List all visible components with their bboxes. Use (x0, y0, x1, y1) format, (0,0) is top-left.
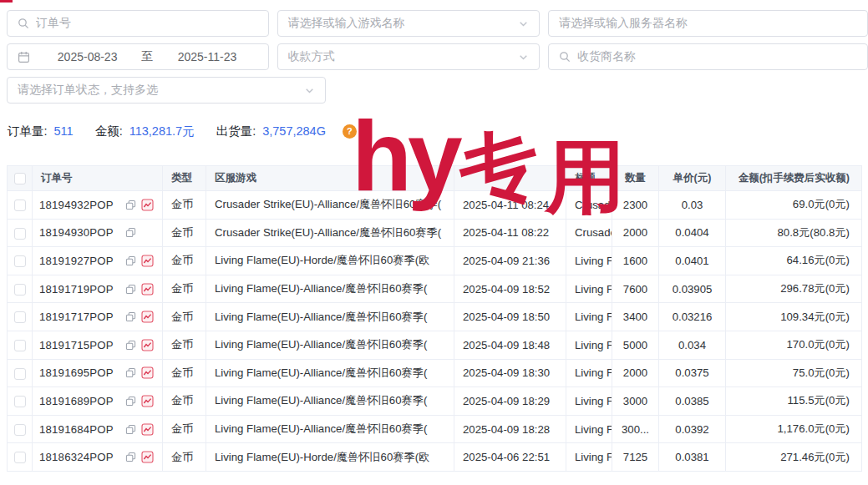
amount-cell: 109.34元(0元) (726, 303, 862, 331)
order-id: 18194930POP (39, 226, 114, 239)
realm-game-cell: Living Flame(EU)-Horde/魔兽怀旧60赛季(欧 (206, 443, 454, 472)
chevron-down-icon (518, 18, 529, 29)
order-id-cell: 18191719POP (33, 275, 163, 303)
game-select[interactable]: 请选择或输入游戏名称 (277, 10, 540, 37)
type-cell: 金币 (163, 191, 206, 220)
row-checkbox[interactable] (14, 284, 26, 296)
title-cell: Living Fl (566, 275, 612, 303)
realm-game-cell: Living Flame(EU)-Horde/魔兽怀旧60赛季(欧 (206, 247, 454, 275)
row-checkbox[interactable] (14, 228, 26, 240)
unit-price-cell: 0.0385 (659, 387, 726, 416)
column-header-6: 单价(元) (659, 166, 726, 191)
server-select[interactable]: 请选择或输入服务器名称 (548, 10, 868, 37)
date-start-value[interactable]: 2025-08-23 (37, 50, 138, 63)
row-checkbox[interactable] (14, 255, 26, 267)
column-header-0: 订单号 (33, 166, 163, 191)
row-checkbox[interactable] (14, 311, 26, 323)
order-time-cell: 2025-04-09 18:28 (454, 415, 566, 443)
quantity-cell: 5000 (612, 331, 659, 359)
copy-icon[interactable] (125, 452, 136, 462)
order-id-cell: 18191695POP (33, 359, 163, 387)
payment-method-select[interactable]: 收款方式 (277, 43, 540, 70)
copy-icon[interactable] (125, 200, 136, 210)
order-time-cell: 2025-04-09 18:50 (454, 303, 566, 331)
unit-price-cell: 0.034 (659, 331, 726, 359)
screenshot-image-icon[interactable] (141, 255, 154, 267)
order-count-label: 订单量: (8, 124, 48, 139)
copy-icon[interactable] (125, 367, 136, 378)
row-checkbox[interactable] (14, 452, 26, 463)
row-checkbox[interactable] (14, 200, 26, 211)
row-select-cell (8, 275, 33, 303)
order-time-cell: 2025-04-09 18:29 (454, 387, 566, 416)
realm-game-cell: Living Flame(EU)-Alliance/魔兽怀旧60赛季( (206, 415, 454, 443)
screenshot-image-icon[interactable] (141, 283, 154, 296)
realm-game-cell: Living Flame(EU)-Alliance/魔兽怀旧60赛季( (206, 275, 454, 303)
type-cell: 金币 (163, 415, 206, 443)
row-select-cell (8, 303, 33, 331)
shipment-value: 3,757,284G (262, 124, 326, 138)
quantity-cell: 2000 (612, 219, 659, 247)
title-cell: Living Fl (566, 443, 612, 472)
row-select-cell (8, 443, 33, 472)
amount-cell: 115.5元(0元) (726, 387, 862, 416)
order-id: 18191715POP (39, 339, 114, 351)
amount-cell: 271.46元(0元) (726, 443, 862, 472)
screenshot-image-icon[interactable] (141, 423, 154, 436)
order-id: 18191689POP (39, 395, 114, 407)
row-checkbox[interactable] (14, 340, 26, 351)
select-all-checkbox[interactable] (14, 173, 26, 184)
screenshot-image-icon[interactable] (141, 339, 154, 351)
amount-value: 113,281.7元 (129, 124, 195, 139)
table-row: 18191695POP 金币 Living Flame(EU)-Alliance… (8, 359, 862, 387)
copy-icon[interactable] (125, 340, 136, 351)
table-row: 18191717POP 金币 Living Flame(EU)-Alliance… (8, 303, 862, 331)
column-header-1: 类型 (163, 166, 206, 191)
quantity-cell: 7600 (612, 275, 659, 303)
receiver-input[interactable]: 收货商名称 (548, 43, 868, 70)
screenshot-image-icon[interactable] (141, 311, 154, 323)
order-id-cell: 18191715POP (33, 331, 163, 359)
copy-icon[interactable] (125, 284, 136, 295)
type-cell: 金币 (163, 275, 206, 303)
amount-label: 金额: (95, 124, 123, 139)
type-cell: 金币 (163, 443, 206, 472)
table-row: 18194932POP 金币 Crusader Strike(EU)-Allia… (8, 191, 862, 220)
row-select-cell (8, 415, 33, 443)
table-row: 18191684POP 金币 Living Flame(EU)-Alliance… (8, 415, 862, 443)
table-row: 18191715POP 金币 Living Flame(EU)-Alliance… (8, 331, 862, 359)
screenshot-image-icon[interactable] (141, 451, 154, 463)
quantity-cell: 2000 (612, 359, 659, 387)
realm-game-cell: Living Flame(EU)-Alliance/魔兽怀旧60赛季( (206, 359, 454, 387)
copy-icon[interactable] (125, 255, 136, 266)
order-id: 18194932POP (39, 199, 114, 211)
screenshot-image-icon[interactable] (141, 395, 154, 407)
copy-icon[interactable] (125, 227, 136, 238)
row-checkbox[interactable] (14, 368, 26, 380)
row-checkbox[interactable] (14, 396, 26, 407)
order-id-cell: 18194932POP (33, 191, 163, 220)
order-id: 18191695POP (39, 366, 114, 379)
filter-bar: 订单号 请选择或输入游戏名称 请选择或输入服务器名称 2025-08-23 至 … (0, 0, 868, 104)
row-select-cell (8, 219, 33, 247)
screenshot-image-icon[interactable] (141, 199, 154, 211)
order-id-cell: 18191717POP (33, 303, 163, 331)
help-icon[interactable]: ? (343, 124, 357, 139)
copy-icon[interactable] (125, 424, 136, 435)
title-cell: Living Fl (566, 331, 612, 359)
title-cell: Crusade (566, 191, 612, 220)
date-end-value[interactable]: 2025-11-23 (156, 50, 257, 63)
screenshot-image-icon[interactable] (141, 366, 154, 379)
copy-icon[interactable] (125, 311, 136, 322)
order-no-input[interactable]: 订单号 (7, 10, 269, 37)
unit-price-cell: 0.0381 (659, 443, 726, 472)
row-checkbox[interactable] (14, 424, 26, 436)
realm-game-cell: Living Flame(EU)-Alliance/魔兽怀旧60赛季( (206, 387, 454, 416)
copy-icon[interactable] (125, 396, 136, 407)
quantity-cell: 1600 (612, 247, 659, 275)
column-header-4: 标题 (566, 166, 612, 191)
order-status-select[interactable]: 请选择订单状态，支持多选 (7, 77, 326, 104)
receiver-placeholder: 收货商名称 (577, 49, 857, 64)
unit-price-cell: 0.0392 (659, 415, 726, 443)
date-range-input[interactable]: 2025-08-23 至 2025-11-23 (7, 43, 269, 70)
